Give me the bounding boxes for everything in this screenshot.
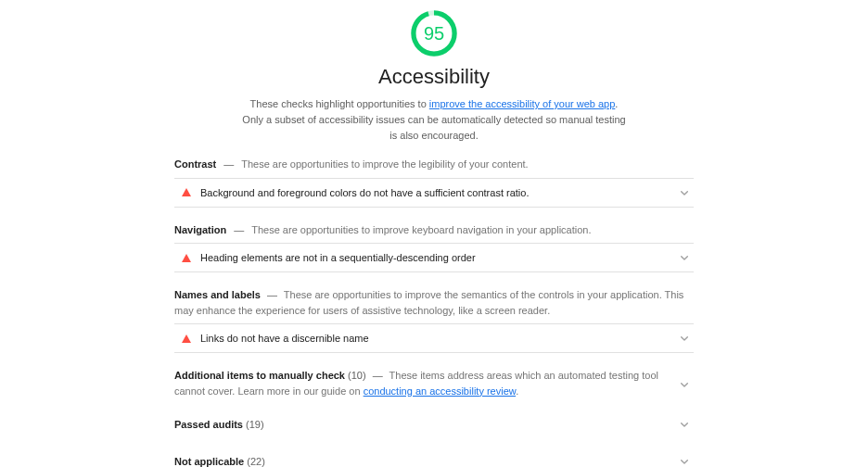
group-navigation-desc: These are opportunities to improve keybo… [251, 222, 591, 238]
group-contrast-title: Contrast [174, 157, 216, 172]
category-description: These checks highlight opportunities to … [239, 96, 629, 144]
score-value: 95 [410, 9, 458, 57]
group-not-applicable[interactable]: Not applicable (22) [174, 450, 694, 467]
score-gauge-container: 95 [174, 9, 694, 57]
group-manual-title: Additional items to manually check [174, 370, 345, 381]
group-manual-desc-after: . [516, 385, 518, 397]
group-navigation-header: Navigation — These are opportunities to … [174, 222, 694, 238]
fail-triangle-icon [182, 254, 191, 262]
category-title: Accessibility [174, 65, 694, 89]
score-gauge: 95 [410, 9, 458, 57]
audit-color-contrast[interactable]: Background and foreground colors do not … [174, 178, 694, 208]
group-contrast-header: Contrast — These are opportunities to im… [174, 157, 694, 172]
group-passed-count: (19) [246, 419, 264, 430]
group-na-title: Not applicable [174, 456, 244, 467]
group-contrast: Contrast — These are opportunities to im… [174, 157, 694, 208]
accessibility-report: 95 Accessibility These checks highlight … [174, 0, 694, 467]
audit-title: Background and foreground colors do not … [200, 187, 529, 198]
group-na-count: (22) [247, 456, 265, 467]
dash: — [373, 370, 383, 381]
audit-title: Links do not have a discernible name [200, 333, 369, 344]
dash: — [223, 157, 234, 172]
group-contrast-desc: These are opportunities to improve the l… [241, 157, 528, 172]
chevron-down-icon [677, 250, 692, 265]
dash: — [267, 289, 277, 300]
audit-heading-order[interactable]: Heading elements are not in a sequential… [174, 243, 694, 272]
group-passed-audits[interactable]: Passed audits (19) [174, 413, 694, 435]
category-desc-text: These checks highlight opportunities to [250, 98, 429, 109]
group-manual-count: (10) [348, 370, 366, 381]
chevron-down-icon [677, 185, 692, 200]
fail-triangle-icon [182, 188, 191, 196]
audit-title: Heading elements are not in a sequential… [200, 252, 476, 263]
group-manual-header: Additional items to manually check (10) … [174, 368, 694, 398]
group-passed-title: Passed audits [174, 419, 243, 430]
fail-triangle-icon [182, 334, 191, 343]
audit-link-name[interactable]: Links do not have a discernible name [174, 323, 694, 353]
dash: — [234, 222, 244, 238]
accessibility-review-link[interactable]: conducting an accessibility review [364, 385, 516, 397]
chevron-down-icon [677, 377, 692, 392]
group-manual-check[interactable]: Additional items to manually check (10) … [174, 368, 694, 398]
group-navigation-title: Navigation [174, 222, 226, 238]
chevron-down-icon [677, 417, 692, 432]
chevron-down-icon [677, 331, 692, 346]
group-navigation: Navigation — These are opportunities to … [174, 222, 694, 273]
group-names-labels: Names and labels — These are opportuniti… [174, 287, 694, 353]
group-names-header: Names and labels — These are opportuniti… [174, 287, 694, 318]
group-names-title: Names and labels [174, 289, 261, 300]
improve-accessibility-link[interactable]: improve the accessibility of your web ap… [429, 98, 616, 109]
chevron-down-icon [677, 454, 692, 467]
